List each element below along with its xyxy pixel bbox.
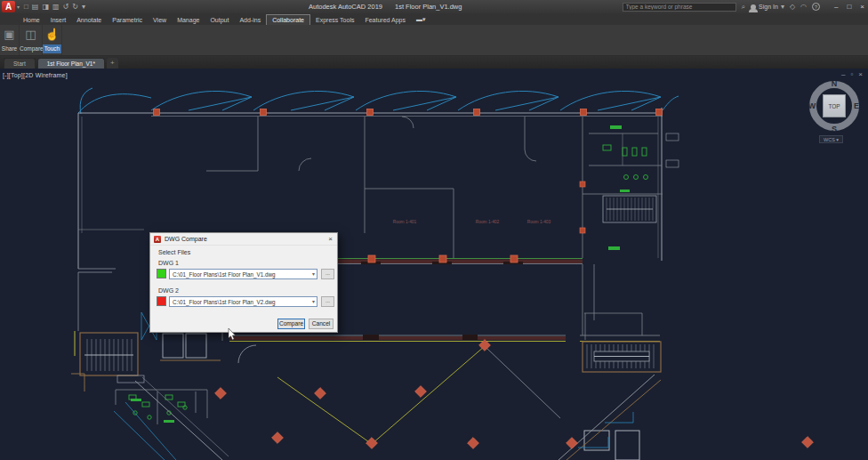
diagonal-walls: [135, 346, 661, 460]
maximize-button[interactable]: □: [847, 3, 851, 11]
wcs-dropdown[interactable]: WCS ▾: [819, 135, 843, 143]
compare-icon: ◫: [20, 25, 42, 44]
cancel-button[interactable]: Cancel: [309, 319, 334, 329]
compare-panel-label: Compare: [20, 44, 42, 53]
save-file-icon[interactable]: ◨: [42, 2, 49, 12]
ribbon-tab-bar: Home Insert Annotate Parametric View Man…: [0, 13, 868, 25]
mouse-cursor: [228, 328, 237, 341]
diamond-columns: [215, 340, 814, 449]
drawing-canvas[interactable]: Room 1-401 Room 1-402 Room 1-403 [-][Top…: [0, 69, 868, 460]
viewcube[interactable]: N S W E TOP WCS ▾: [805, 79, 864, 143]
qat-dropdown-icon[interactable]: ▾: [82, 2, 85, 12]
sign-in-label: Sign In: [759, 4, 778, 10]
touch-panel[interactable]: ☝ Touch: [43, 25, 62, 55]
dwg1-label: DWG 1: [158, 260, 179, 266]
doc-close-icon[interactable]: ×: [858, 70, 863, 78]
select-files-label: Select Files: [158, 249, 190, 255]
share-icon: ▣: [0, 25, 19, 44]
dwg2-label: DWG 2: [158, 287, 179, 294]
tab-manage[interactable]: Manage: [172, 15, 205, 25]
dwg2-path: C:\01_Floor Plans\1st Floor Plan_V2.dwg: [173, 299, 276, 305]
dwg-compare-dialog: A DWG Compare × Select Files DWG 1 C:\01…: [149, 232, 338, 333]
open-file-icon[interactable]: ▤: [32, 2, 39, 12]
ribbon-panel-area: ▣ Share ◫ Compare ☝ Touch: [0, 25, 868, 56]
room-labels: Room 1-401 Room 1-402 Room 1-403: [393, 220, 551, 224]
file-tab-bar: Start 1st Floor Plan_V1* +: [0, 56, 868, 69]
tab-insert[interactable]: Insert: [45, 15, 72, 25]
room-label: Room 1-401: [393, 220, 417, 224]
compare-button[interactable]: Compare: [277, 319, 305, 329]
tab-express-tools[interactable]: Express Tools: [310, 15, 359, 25]
right-wing-rooms: [580, 133, 679, 233]
sign-in-caret-icon: ▾: [781, 2, 784, 12]
close-button[interactable]: ×: [860, 3, 864, 11]
column-squares: [154, 109, 663, 116]
dwg2-dropdown-icon[interactable]: ▾: [312, 297, 315, 307]
cyan-details: [114, 312, 633, 460]
tab-featured-apps[interactable]: Featured Apps: [359, 15, 411, 25]
tab-parametric[interactable]: Parametric: [107, 15, 148, 25]
viewcube-east[interactable]: E: [852, 101, 861, 110]
document-window-controls: – ▫ ×: [841, 70, 863, 78]
user-icon: [751, 4, 756, 10]
redo-icon[interactable]: ↻: [72, 2, 78, 12]
dwg2-path-combobox[interactable]: C:\01_Floor Plans\1st Floor Plan_V2.dwg …: [169, 296, 317, 307]
app-title: Autodesk AutoCAD 2019: [309, 3, 382, 11]
viewcube-south[interactable]: S: [830, 125, 839, 133]
dialog-title: DWG Compare: [165, 236, 207, 242]
undo-icon[interactable]: ↺: [63, 2, 69, 12]
new-drawing-tab-button[interactable]: +: [107, 58, 118, 69]
quick-access-toolbar: □ ▤ ◨ ▥ ↺ ↻ ▾: [24, 2, 85, 12]
tab-view[interactable]: View: [148, 15, 172, 25]
dwg1-browse-button[interactable]: ...: [321, 269, 334, 279]
share-panel[interactable]: ▣ Share: [0, 25, 20, 55]
minimize-button[interactable]: –: [834, 3, 838, 11]
stairs-left: [71, 330, 256, 424]
file-tab-start[interactable]: Start: [4, 58, 36, 69]
document-title: 1st Floor Plan_V1.dwg: [395, 3, 462, 11]
room-label: Room 1-402: [476, 220, 500, 224]
viewcube-top-face[interactable]: TOP: [823, 94, 846, 117]
dwg2-color-swatch: [157, 296, 166, 306]
tab-add-ins[interactable]: Add-ins: [234, 15, 266, 25]
touch-icon: ☝: [43, 25, 61, 44]
viewcube-west[interactable]: W: [808, 101, 816, 110]
doc-minimize-icon[interactable]: –: [841, 70, 845, 78]
dialog-close-icon[interactable]: ×: [328, 235, 333, 243]
stay-connected-icon[interactable]: ◠: [800, 2, 807, 12]
help-icon[interactable]: ?: [812, 3, 820, 11]
share-panel-label: Share: [0, 44, 19, 53]
tab-output[interactable]: Output: [205, 15, 234, 25]
tab-home[interactable]: Home: [18, 15, 45, 25]
touch-panel-label: Touch: [43, 44, 61, 53]
new-file-icon[interactable]: □: [24, 2, 28, 12]
autocad-logo-icon[interactable]: A: [2, 1, 15, 12]
dwg1-path-combobox[interactable]: C:\01_Floor Plans\1st Floor Plan_V1.dwg …: [169, 269, 317, 279]
dwg1-path: C:\01_Floor Plans\1st Floor Plan_V1.dwg: [173, 271, 276, 278]
title-bar: A ▾ □ ▤ ◨ ▥ ↺ ↻ ▾ Autodesk AutoCAD 2019 …: [0, 0, 868, 13]
plot-icon[interactable]: ▥: [52, 2, 60, 12]
dwg2-browse-button[interactable]: ...: [321, 296, 334, 307]
tab-collaborate[interactable]: Collaborate: [266, 14, 310, 25]
ribbon-display-options-icon[interactable]: ▬▾: [411, 14, 431, 25]
autocad-dialog-icon: A: [154, 236, 161, 243]
file-tab-active-drawing[interactable]: 1st Floor Plan_V1*: [37, 58, 105, 69]
dwg1-color-swatch: [157, 269, 166, 278]
dialog-title-bar[interactable]: A DWG Compare ×: [150, 233, 337, 246]
sign-in-button[interactable]: Sign In ▾: [751, 2, 784, 12]
roof-structure: [78, 88, 679, 114]
autodesk-app-store-icon[interactable]: ◇: [790, 2, 795, 12]
window-title: Autodesk AutoCAD 2019 1st Floor Plan_V1.…: [309, 3, 462, 11]
doc-restore-icon[interactable]: ▫: [850, 70, 853, 78]
floor-plan-drawing: Room 1-401 Room 1-402 Room 1-403: [0, 69, 868, 460]
viewport-controls[interactable]: [-][Top][2D Wireframe]: [3, 72, 68, 78]
dwg1-dropdown-icon[interactable]: ▾: [312, 270, 315, 279]
tab-annotate[interactable]: Annotate: [71, 15, 107, 25]
search-icon[interactable]: ⌕: [742, 2, 745, 12]
compare-panel[interactable]: ◫ Compare: [20, 25, 43, 55]
search-input[interactable]: [623, 3, 736, 12]
viewcube-north[interactable]: N: [830, 79, 839, 88]
room-label: Room 1-403: [527, 220, 551, 224]
logo-dropdown-icon[interactable]: ▾: [17, 4, 20, 10]
